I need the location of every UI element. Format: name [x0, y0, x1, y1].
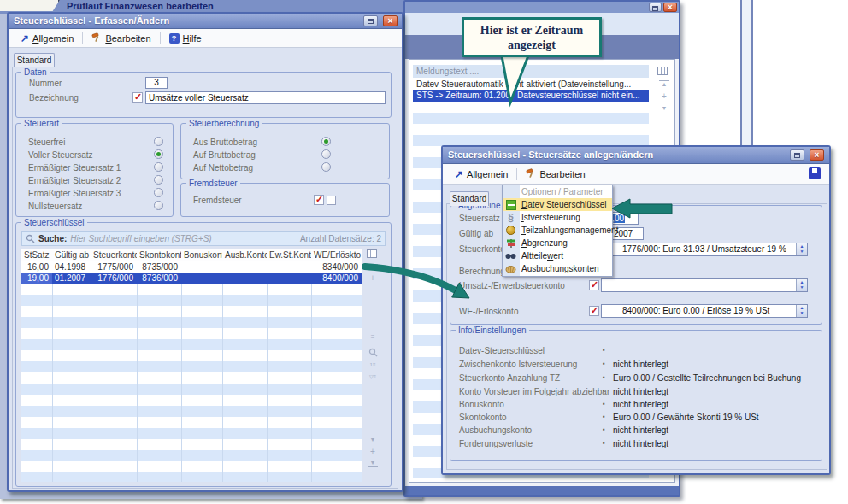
- radio-auf-nettobetrag[interactable]: [321, 162, 331, 172]
- search-icon[interactable]: [368, 348, 378, 357]
- scroll-up-icon[interactable]: +: [368, 274, 378, 282]
- filter-icon[interactable]: ▽≡: [368, 373, 378, 380]
- info-label: Bonuskonto: [459, 400, 504, 409]
- allgemein-label: Allgemein: [467, 169, 508, 179]
- message-row[interactable]: Datev Steuerautomatik nicht aktiviert (D…: [413, 79, 649, 90]
- minimize-button[interactable]: [790, 149, 804, 161]
- cell-we-erloeskto: 8340/000: [311, 261, 362, 273]
- radio-voller-steuersatz[interactable]: [154, 149, 163, 159]
- spinner-icon[interactable]: ▲▼: [796, 279, 807, 291]
- save-icon[interactable]: [809, 167, 821, 179]
- minimize-button[interactable]: [363, 15, 378, 26]
- bullet-icon: ▪: [603, 413, 605, 420]
- menu-item-istversteuerung[interactable]: §Istversteuerung: [503, 211, 612, 224]
- steuerkonto-combobox[interactable]: 1776/000: Euro 31.93 / Umsatzsteuer 19 %…: [601, 243, 808, 256]
- columns-icon[interactable]: [367, 249, 377, 258]
- confirm-check-icon[interactable]: [589, 306, 599, 316]
- radio-ermaessigter-3[interactable]: [154, 188, 163, 197]
- menu-item-altteilewert[interactable]: Altteilewert: [503, 249, 612, 262]
- column-header[interactable]: Skontokonto: [137, 249, 181, 261]
- column-gridline: [137, 284, 138, 482]
- bearbeiten-button[interactable]: Bearbeiten: [521, 167, 590, 182]
- bearbeiten-button[interactable]: Bearbeiten: [86, 31, 156, 46]
- fremdsteuer-checkbox[interactable]: [327, 196, 336, 205]
- confirm-check-icon[interactable]: [589, 280, 599, 290]
- table-row-selected[interactable]: 19,00 01.2007 1776/000 8736/000 8400/000: [21, 273, 362, 284]
- scroll-last-icon[interactable]: ▼: [368, 460, 378, 467]
- bearbeiten-label: Bearbeiten: [539, 169, 585, 179]
- column-header[interactable]: Bonuskonto: [181, 249, 222, 261]
- radio-ermaessigter-2[interactable]: [154, 175, 163, 185]
- meldungen-window-footer: [405, 486, 679, 495]
- search-input[interactable]: Hier Suchbegriff eingeben (STRG+S): [70, 234, 297, 243]
- bezeichnung-field[interactable]: Umsätze voller Steuersatz: [145, 91, 386, 104]
- table-row[interactable]: 16,00 04.1998 1775/000 8735/000 8340/000: [21, 261, 362, 273]
- erfassen-toolbar: ↗Allgemein Bearbeiten ?Hilfe: [9, 29, 402, 48]
- menu-item-label: Altteilewert: [521, 251, 563, 261]
- close-icon[interactable]: ×: [810, 149, 824, 161]
- radio-aus-bruttobetrag[interactable]: [321, 137, 331, 146]
- steuersaetze-titlebar[interactable]: Steuerschlüssel - Steuersätze anlegen/än…: [443, 147, 829, 164]
- cell-gueltig-ab: 01.2007: [52, 273, 91, 284]
- screenshot-root: Prüflauf Finanzwesen bearbeiten × Meldun…: [0, 0, 848, 504]
- column-header[interactable]: StSatz: [21, 249, 52, 261]
- we-erloeskonto-combobox[interactable]: 8400/000: Euro 0.00 / Erlöse 19 % USt▲▼: [601, 304, 808, 318]
- info-value: nicht hinterlegt: [613, 400, 668, 409]
- cell-ausb-konto: [222, 273, 267, 284]
- hilfe-button[interactable]: ?Hilfe: [164, 32, 207, 45]
- record-count: Anzahl Datensätze: 2: [300, 234, 381, 243]
- add-row-icon[interactable]: +: [368, 448, 378, 455]
- scroll-up-icon[interactable]: +: [659, 92, 669, 100]
- umsatz-erwerbsteuerkonto-combobox[interactable]: ▲▼: [601, 278, 808, 292]
- info-label: Forderungsverluste: [459, 439, 533, 448]
- radio-auf-bruttobetrag[interactable]: [321, 149, 331, 159]
- nummer-field[interactable]: 3: [145, 77, 168, 89]
- option-label: Auf Nettobetrag: [193, 163, 253, 173]
- restore-icon: [652, 6, 658, 11]
- menu-item-datev-steuerschluessel[interactable]: Datev Steuerschlüssel: [503, 198, 612, 211]
- erfassen-content: Standard Daten Nummer 3 Bezeichnung Umsä…: [9, 48, 402, 490]
- allgemein-button[interactable]: ↗Allgemein: [15, 32, 79, 45]
- blank-icon: [505, 186, 516, 197]
- menu-item-ausbuchungskonten[interactable]: Ausbuchungskonten: [503, 262, 612, 275]
- spinner-icon[interactable]: ▲▼: [796, 243, 807, 255]
- close-icon[interactable]: ×: [383, 15, 398, 26]
- confirm-check-icon[interactable]: [132, 92, 143, 103]
- menu-item-teilzahlungsmanagement[interactable]: Teilzahlungsmanagement: [503, 224, 612, 237]
- column-header[interactable]: WE/Erlöskto: [311, 249, 362, 261]
- sort-icon[interactable]: 1≡: [368, 361, 378, 368]
- menu-item-abgrenzung[interactable]: Abgrenzung: [503, 237, 612, 249]
- column-header[interactable]: Gültig ab: [52, 249, 91, 261]
- allgemein-button[interactable]: ↗Allgemein: [450, 167, 513, 181]
- message-row-selected[interactable]: STS -> Zeitraum: 01.2007 Datevsteuerschl…: [413, 90, 649, 102]
- tab-standard[interactable]: Standard: [450, 191, 489, 206]
- group-steuerart: Steuerart Steuerfrei Voller Steuersatz E…: [15, 123, 174, 217]
- meldungstext-column-header[interactable]: Meldungstext ....: [413, 65, 649, 78]
- radio-ermaessigter-1[interactable]: [154, 162, 163, 172]
- scroll-first-icon[interactable]: ▲: [659, 80, 669, 88]
- spinner-icon[interactable]: ▲▼: [796, 305, 807, 317]
- confirm-check-icon[interactable]: [314, 195, 324, 205]
- erfassen-titlebar[interactable]: Steuerschlüssel - Erfassen/Ändern ×: [9, 14, 402, 29]
- column-header[interactable]: Ausb.Konto: [222, 249, 267, 261]
- close-icon[interactable]: ×: [663, 3, 677, 12]
- meldungen-titlebar[interactable]: ×: [405, 2, 679, 13]
- scroll-down-icon[interactable]: ▼: [659, 105, 669, 112]
- hammer-icon: [526, 168, 536, 180]
- info-value: nicht hinterlegt: [613, 425, 668, 435]
- list-view-icon[interactable]: ≡: [368, 334, 378, 341]
- cell-gueltig-ab: 04.1998: [52, 261, 91, 273]
- search-bar[interactable]: Suche: Hier Suchbegriff eingeben (STRG+S…: [21, 231, 386, 246]
- column-header[interactable]: Steuerkonto: [91, 249, 137, 261]
- steuersatz-label: Steuersatz: [459, 214, 500, 223]
- radio-nullsteuersatz[interactable]: [154, 201, 163, 210]
- option-label: Ermäßigter Steuersatz 3: [28, 189, 121, 198]
- radio-steuerfrei[interactable]: [154, 137, 163, 146]
- tab-standard[interactable]: Standard: [14, 53, 55, 67]
- scroll-first-icon[interactable]: ▲: [368, 264, 378, 272]
- columns-icon[interactable]: [657, 67, 668, 75]
- scroll-down-icon[interactable]: ▼: [368, 437, 378, 443]
- cell-stsatz: 16,00: [21, 261, 52, 273]
- column-header[interactable]: Ew.St.Konto: [267, 249, 311, 261]
- minimize-button[interactable]: [649, 3, 662, 12]
